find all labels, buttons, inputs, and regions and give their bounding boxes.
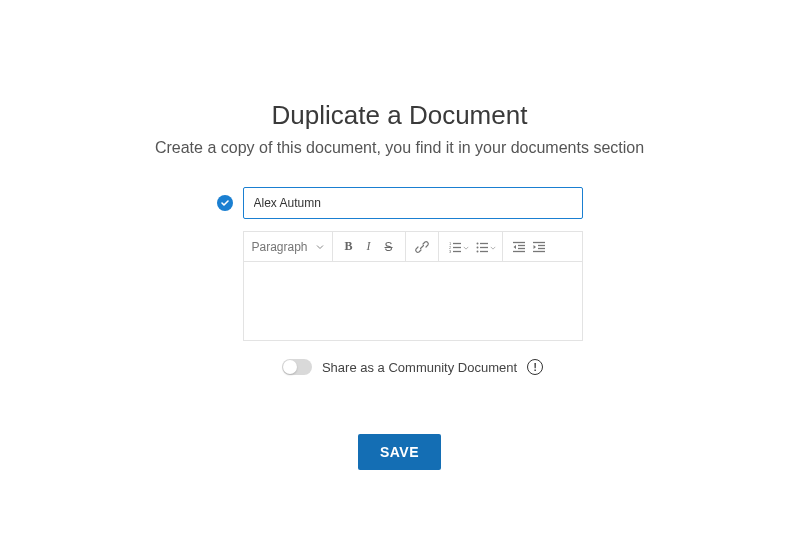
check-circle-icon: [217, 195, 233, 211]
toggle-knob: [283, 360, 297, 374]
rich-text-editor: Paragraph B I S: [243, 231, 583, 341]
share-toggle[interactable]: [282, 359, 312, 375]
svg-point-7: [476, 246, 478, 248]
block-style-dropdown[interactable]: Paragraph: [244, 232, 333, 261]
block-style-label: Paragraph: [252, 240, 308, 254]
ordered-list-button[interactable]: 1 2 3: [445, 237, 465, 257]
info-icon[interactable]: !: [527, 359, 543, 375]
strikethrough-button[interactable]: S: [379, 237, 399, 257]
dialog-title: Duplicate a Document: [0, 100, 799, 131]
form-area: Paragraph B I S: [217, 187, 583, 375]
share-label: Share as a Community Document: [322, 360, 517, 375]
svg-point-6: [476, 242, 478, 244]
dialog-subtitle: Create a copy of this document, you find…: [0, 139, 799, 157]
chevron-down-icon: [316, 240, 324, 254]
chevron-down-icon: [490, 240, 496, 254]
chevron-down-icon: [463, 240, 469, 254]
svg-text:3: 3: [449, 249, 452, 254]
duplicate-document-dialog: Duplicate a Document Create a copy of th…: [0, 0, 799, 470]
indent-group: [503, 232, 555, 261]
list-group: 1 2 3: [439, 232, 503, 261]
editor-toolbar: Paragraph B I S: [244, 232, 582, 262]
link-button[interactable]: [412, 237, 432, 257]
indent-button[interactable]: [529, 237, 549, 257]
svg-point-8: [476, 250, 478, 252]
editor-body[interactable]: [244, 262, 582, 340]
unordered-list-button[interactable]: [472, 237, 492, 257]
italic-button[interactable]: I: [359, 237, 379, 257]
link-group: [406, 232, 439, 261]
outdent-button[interactable]: [509, 237, 529, 257]
document-title-input[interactable]: [243, 187, 583, 219]
text-style-group: B I S: [333, 232, 406, 261]
save-button[interactable]: SAVE: [358, 434, 441, 470]
bold-button[interactable]: B: [339, 237, 359, 257]
title-row: [217, 187, 583, 219]
share-row: Share as a Community Document !: [243, 359, 583, 375]
dialog-actions: SAVE: [0, 434, 799, 470]
